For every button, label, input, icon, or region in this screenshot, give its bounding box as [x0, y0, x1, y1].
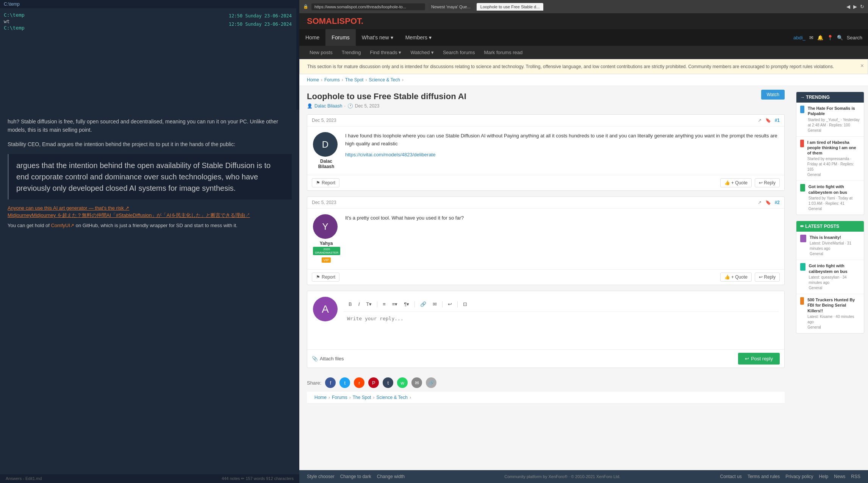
post-link-1[interactable]: https://civitai.com/models/4823/delibera…: [345, 152, 435, 157]
trending-cat-2: General: [807, 172, 860, 178]
toolbar-bold[interactable]: B: [346, 300, 354, 308]
post-item-1: Dec 5, 2023 ↗ 🔖 #1 D Dalac Bilaash: [307, 114, 785, 191]
nav-username[interactable]: abdi_: [793, 35, 805, 41]
nav-members[interactable]: Members ▾: [399, 29, 438, 46]
post-reply-actions-1: 👍 + Quote ↩ Reply: [720, 178, 780, 187]
thread-author[interactable]: Dalac Bilaash: [314, 103, 342, 109]
nav-reload-icon[interactable]: ↻: [860, 4, 864, 9]
browser-url[interactable]: https://www.somalispot.com/threads/looph…: [311, 3, 425, 10]
nav-home[interactable]: Home: [299, 29, 325, 46]
breadcrumb-forums[interactable]: Forums: [324, 77, 340, 83]
subnav-search-forums[interactable]: Search forums: [438, 46, 480, 59]
subnav-find-threads[interactable]: Find threads ▾: [366, 46, 406, 59]
terminal-scrollbar[interactable]: [296, 0, 299, 110]
post-reply-button[interactable]: ↩ Post reply: [738, 353, 780, 365]
notice-close-button[interactable]: ×: [860, 62, 864, 69]
bookmark-icon-2[interactable]: 🔖: [765, 200, 771, 205]
toolbar-text-drop[interactable]: T▾: [364, 300, 374, 308]
toolbar-undo[interactable]: ↩: [446, 300, 454, 308]
share-pinterest[interactable]: P: [368, 377, 379, 388]
subnav-trending[interactable]: Trending: [337, 46, 366, 59]
share-link-copy[interactable]: 🔗: [426, 377, 436, 388]
footer-change-width[interactable]: Change width: [377, 474, 405, 479]
toolbar-list[interactable]: ≡: [380, 300, 388, 308]
subnav-new-posts[interactable]: New posts: [305, 46, 337, 59]
report-button-2[interactable]: ⚑ Report: [312, 273, 339, 282]
watch-button[interactable]: Watch: [761, 90, 785, 100]
share-icon-1[interactable]: ↗: [758, 118, 762, 123]
share-tumblr[interactable]: t: [383, 377, 393, 388]
editor-paragraph-1: huh? Stable diffusion is free, fully ope…: [8, 117, 292, 134]
toolbar-para-drop[interactable]: ¶▾: [402, 300, 411, 308]
nav-forums[interactable]: Forums: [325, 29, 355, 46]
reply-textarea[interactable]: [343, 312, 779, 342]
share-facebook[interactable]: f: [325, 377, 336, 388]
post-text-2: It's a pretty cool tool. What have you u…: [345, 214, 779, 263]
sidebar: → TRENDING The Hate For Somalis is Palpa…: [792, 86, 868, 470]
footer-style-chooser[interactable]: Style chooser: [307, 474, 335, 479]
post-username-1[interactable]: Dalac Bilaash: [313, 159, 339, 169]
breadcrumb-bottom-forums[interactable]: Forums: [332, 395, 347, 400]
editor-link-2[interactable]: MidjourneyMidjourney を超えた？無料の仲間AI「#Stabl…: [8, 212, 292, 219]
attach-files-button[interactable]: 📎 Attach files: [312, 356, 344, 361]
share-twitter[interactable]: t: [339, 377, 350, 388]
nav-back-icon[interactable]: ◀: [846, 4, 850, 9]
breadcrumb-the-spot[interactable]: The Spot: [345, 77, 364, 83]
editor-link-1[interactable]: Anyone can use this AI art generator — t…: [8, 205, 292, 211]
forum-main: Loophole to use Free Stable diffusion AI…: [299, 86, 868, 470]
toolbar-link[interactable]: 🔗: [418, 300, 429, 308]
breadcrumb-home[interactable]: Home: [307, 77, 319, 83]
footer-terms[interactable]: Terms and rules: [748, 474, 780, 479]
latest-meta-3: Latest: Kisame · 40 minutes ago: [807, 314, 860, 325]
breadcrumb-science-tech[interactable]: Science & Tech: [369, 77, 400, 83]
plus-quote-button-2[interactable]: 👍 + Quote: [720, 273, 752, 282]
trending-title-3[interactable]: Got into fight with calibeystem on bus: [809, 184, 860, 195]
footer-help[interactable]: Help: [819, 474, 829, 479]
reply-button-1[interactable]: ↩ Reply: [755, 178, 780, 187]
reply-button-2[interactable]: ↩ Reply: [755, 273, 780, 282]
nav-forward-icon[interactable]: ▶: [853, 4, 857, 9]
nav-whats-new[interactable]: What's new ▾: [356, 29, 399, 46]
browser-tab-active[interactable]: Loophole to use Free Stable d...: [477, 3, 544, 11]
breadcrumb-bottom-science-tech[interactable]: Science & Tech: [376, 395, 408, 400]
trending-title-2[interactable]: I am tired of Habesha people thinking I …: [807, 140, 860, 156]
plus-quote-button-1[interactable]: 👍 + Quote: [720, 178, 752, 187]
toolbar-mail[interactable]: ✉: [430, 300, 439, 308]
trending-title-1[interactable]: The Hate For Somalis is Palpable: [808, 106, 860, 117]
latest-title-3[interactable]: 500 Truckers Hunted By FBI for Being Ser…: [807, 297, 860, 313]
post-body-1: D Dalac Bilaash I have found this loopho…: [307, 126, 784, 175]
share-whatsapp[interactable]: w: [397, 377, 408, 388]
latest-title-2[interactable]: Got into fight with calibeystem on bus: [809, 263, 860, 274]
nav-bell-icon[interactable]: 🔔: [817, 35, 823, 41]
subnav-mark-forums-read[interactable]: Mark forums read: [479, 46, 527, 59]
footer-news[interactable]: News: [834, 474, 845, 479]
footer-rss[interactable]: RSS: [851, 474, 860, 479]
footer-privacy[interactable]: Privacy policy: [785, 474, 813, 479]
breadcrumb-sep-4: ›: [402, 77, 404, 83]
post-username-2[interactable]: Yahya: [313, 241, 339, 246]
toolbar-italic[interactable]: I: [356, 300, 362, 308]
footer-change-dark[interactable]: Change to dark: [340, 474, 371, 479]
subnav-watched[interactable]: Watched ▾: [406, 46, 438, 59]
toolbar-list-drop[interactable]: ≡▾: [390, 300, 400, 308]
share-reddit[interactable]: r: [354, 377, 364, 388]
notice-text: This section is for mature discussion on…: [307, 64, 834, 69]
nav-mail-icon[interactable]: ✉: [809, 35, 813, 41]
breadcrumb-bottom-the-spot[interactable]: The Spot: [353, 395, 371, 400]
footer-contact[interactable]: Contact us: [720, 474, 742, 479]
share-email[interactable]: ✉: [411, 377, 422, 388]
post-reply-actions-2: 👍 + Quote ↩ Reply: [720, 273, 780, 282]
latest-title-1[interactable]: This is Insanity!: [810, 235, 860, 240]
editor-comfyui-link[interactable]: ComfyUI↗: [51, 223, 74, 228]
report-button-1[interactable]: ⚑ Report: [312, 178, 339, 187]
nav-location-icon[interactable]: 📍: [827, 35, 833, 41]
nav-search-icon[interactable]: 🔍: [837, 35, 843, 41]
browser-tab-left[interactable]: Newest 'maya' Que...: [428, 3, 474, 11]
bookmark-icon-1[interactable]: 🔖: [765, 118, 771, 123]
nav-search-label[interactable]: Search: [847, 35, 862, 41]
breadcrumb-bottom-home[interactable]: Home: [314, 395, 327, 400]
share-icon-2[interactable]: ↗: [758, 200, 762, 205]
site-logo-dot: .: [361, 16, 363, 26]
reply-send-icon: ↩: [745, 356, 749, 361]
toolbar-expand[interactable]: ⊡: [461, 300, 469, 308]
